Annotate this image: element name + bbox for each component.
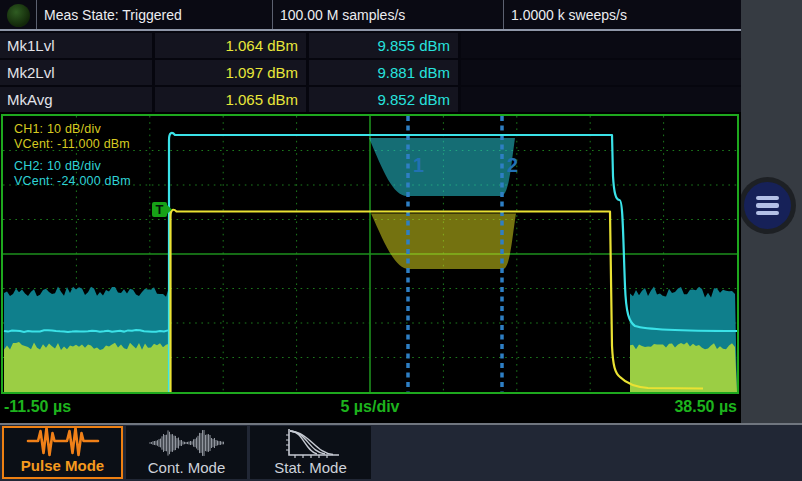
continuous-noise-icon bbox=[145, 427, 229, 459]
pulse-waveform-icon bbox=[25, 425, 101, 457]
table-row-spacer bbox=[461, 60, 741, 85]
menu-button[interactable] bbox=[744, 182, 791, 229]
sample-rate-text: 100.00 M samples/s bbox=[280, 7, 405, 23]
statistics-ccdf-icon bbox=[279, 427, 343, 459]
sweep-rate-text: 1.0000 k sweeps/s bbox=[511, 7, 627, 23]
table-row[interactable]: MkAvg 1.065 dBm 9.852 dBm bbox=[0, 87, 741, 112]
mode-tab-bar: Pulse Mode Cont. Mode Stat. Mode bbox=[0, 423, 802, 481]
hamburger-icon bbox=[756, 196, 779, 201]
table-row-spacer bbox=[461, 33, 741, 58]
marker-ch2-value: 9.881 dBm bbox=[309, 60, 458, 85]
trigger-led-icon bbox=[7, 4, 30, 27]
meas-state-field[interactable]: Meas State: Triggered bbox=[36, 0, 272, 30]
trigger-led-cell bbox=[0, 0, 36, 30]
status-bar: Meas State: Triggered 100.00 M samples/s… bbox=[0, 0, 741, 30]
ch1-scale-label: CH1: 10 dB/div bbox=[14, 122, 131, 137]
tab-stat-mode[interactable]: Stat. Mode bbox=[250, 426, 371, 479]
marker-ch1-value: 1.065 dBm bbox=[155, 87, 306, 112]
svg-text:2: 2 bbox=[507, 154, 518, 176]
tab-label: Cont. Mode bbox=[148, 459, 226, 476]
sweep-rate-field[interactable]: 1.0000 k sweeps/s bbox=[503, 0, 741, 30]
channel-readout: CH1: 10 dB/div VCent: -11.000 dBm CH2: 1… bbox=[14, 122, 131, 189]
marker-ch1-value: 1.097 dBm bbox=[155, 60, 306, 85]
tab-label: Pulse Mode bbox=[21, 457, 104, 474]
tab-pulse-mode[interactable]: Pulse Mode bbox=[2, 426, 123, 479]
tab-cont-mode[interactable]: Cont. Mode bbox=[126, 426, 247, 479]
svg-text:T: T bbox=[156, 202, 164, 217]
marker-ch2-value: 9.855 dBm bbox=[309, 33, 458, 58]
waveform-plot[interactable]: 12T CH1: 10 dB/div VCent: -11.000 dBm CH… bbox=[1, 114, 739, 394]
axis-end-label: 38.50 µs bbox=[674, 398, 737, 416]
ch2-scale-label: CH2: 10 dB/div bbox=[14, 159, 131, 174]
table-row[interactable]: Mk2Lvl 1.097 dBm 9.881 dBm bbox=[0, 60, 741, 85]
tab-label: Stat. Mode bbox=[274, 459, 347, 476]
marker-row-label: Mk1Lvl bbox=[0, 33, 152, 58]
marker-ch1-value: 1.064 dBm bbox=[155, 33, 306, 58]
svg-text:1: 1 bbox=[413, 154, 424, 176]
tab-bar-spacer bbox=[374, 426, 802, 479]
marker-row-label: MkAvg bbox=[0, 87, 152, 112]
instrument-screen: Meas State: Triggered 100.00 M samples/s… bbox=[0, 0, 802, 481]
sample-rate-field[interactable]: 100.00 M samples/s bbox=[272, 0, 503, 30]
meas-state-text: Meas State: Triggered bbox=[44, 7, 182, 23]
time-axis: -11.50 µs 5 µs/div 38.50 µs bbox=[1, 396, 739, 420]
ch2-vcenter-label: VCent: -24.000 dBm bbox=[14, 174, 131, 189]
table-row-spacer bbox=[461, 87, 741, 112]
table-row[interactable]: Mk1Lvl 1.064 dBm 9.855 dBm bbox=[0, 33, 741, 58]
side-panel bbox=[741, 0, 802, 423]
axis-scale-label: 5 µs/div bbox=[1, 398, 739, 416]
marker-table: Mk1Lvl 1.064 dBm 9.855 dBm Mk2Lvl 1.097 … bbox=[0, 31, 741, 112]
marker-ch2-value: 9.852 dBm bbox=[309, 87, 458, 112]
marker-row-label: Mk2Lvl bbox=[0, 60, 152, 85]
ch1-vcenter-label: VCent: -11.000 dBm bbox=[14, 137, 131, 152]
plot-region: 12T CH1: 10 dB/div VCent: -11.000 dBm CH… bbox=[0, 112, 741, 423]
